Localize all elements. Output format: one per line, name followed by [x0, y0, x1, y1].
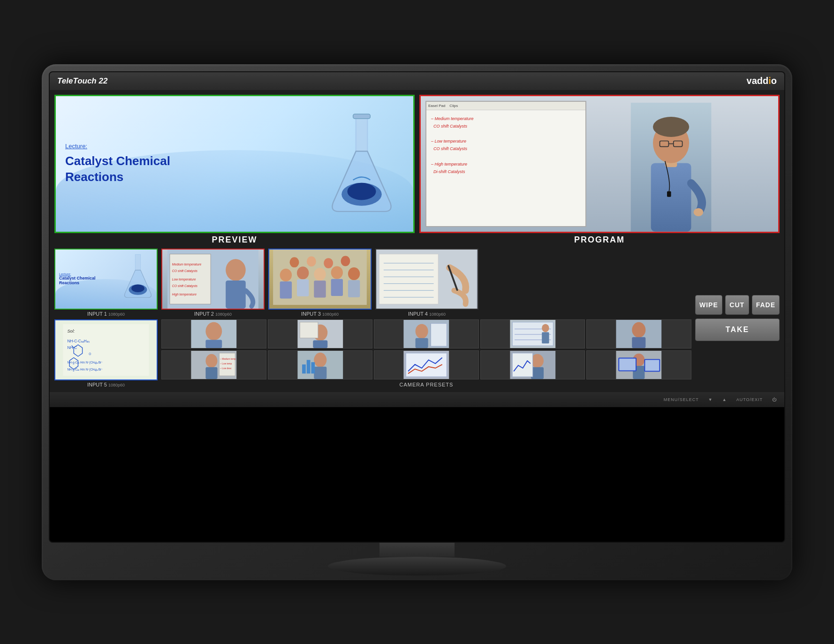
svg-point-31 — [348, 267, 360, 280]
svg-text:Sol:: Sol: — [68, 329, 75, 333]
bottom-control-bar: MENU/SELECT ▼ ▲ AUTO/EXIT ⏻ — [50, 392, 784, 407]
inputs-row-top: Lecture: Catalyst ChemicalReactions — [54, 249, 691, 317]
svg-rect-3 — [353, 114, 371, 119]
input2-professor: Medium temperature CO shift Catalysts Lo… — [162, 250, 264, 309]
main-content: Lecture: Catalyst ChemicalReactions — [50, 90, 784, 392]
lecture-text-block: Lecture: Catalyst ChemicalReactions — [56, 133, 180, 195]
monitor-screen: TeleTouch 22 vaddio Lecture: Catalyst Ch… — [49, 71, 785, 543]
svg-rect-71 — [416, 338, 428, 348]
input-1-label: INPUT 1 1080p60 — [87, 311, 125, 317]
cut-button[interactable]: CUT — [725, 295, 749, 315]
preset-4[interactable] — [480, 319, 585, 349]
input-1-section: Lecture: Catalyst ChemicalReactions — [54, 249, 158, 317]
preset-5[interactable] — [586, 319, 691, 349]
menu-select-label[interactable]: MENU/SELECT — [664, 397, 699, 402]
svg-rect-68 — [300, 322, 318, 338]
preset-1[interactable] — [161, 319, 266, 349]
svg-rect-101 — [512, 353, 533, 377]
preset-10[interactable] — [586, 350, 691, 379]
input-3-label: INPUT 3 1080p60 — [301, 311, 339, 317]
input-1-res: 1080p60 — [108, 312, 125, 317]
input5-svg: Sol: NH-C-C₁₆H₂₅ NH-C O NH-g-C₁₆ Hm — [59, 324, 153, 376]
monitor-title: TeleTouch 22 — [57, 76, 107, 86]
svg-rect-72 — [431, 323, 447, 346]
down-arrow[interactable]: ▼ — [708, 397, 713, 402]
brand-logo: vaddio — [747, 76, 777, 86]
brand-end: o — [771, 76, 777, 86]
svg-rect-35 — [331, 279, 343, 295]
input-1-thumb[interactable]: Lecture: Catalyst ChemicalReactions — [54, 249, 158, 310]
inputs-and-presets: Lecture: Catalyst ChemicalReactions — [54, 249, 691, 387]
up-arrow[interactable]: ▲ — [722, 397, 727, 402]
svg-text:NH-C-C₁₆H₂₅: NH-C-C₁₆H₂₅ — [68, 339, 90, 343]
preset-8[interactable] — [374, 350, 479, 379]
svg-rect-94 — [306, 360, 310, 373]
preset-2[interactable] — [268, 319, 373, 349]
inputs-row-bottom: Sol: NH-C-C₁₆H₂₅ NH-C O NH-g-C₁₆ Hm — [54, 319, 691, 387]
brand-text: vadd — [747, 76, 769, 86]
input-1-content: Lecture: Catalyst ChemicalReactions — [55, 250, 157, 309]
monitor: TeleTouch 22 vaddio Lecture: Catalyst Ch… — [42, 64, 792, 580]
svg-rect-33 — [297, 279, 309, 296]
svg-point-78 — [542, 324, 549, 332]
preview-label: PREVIEW — [212, 235, 257, 245]
wipe-button[interactable]: WIPE — [695, 295, 722, 315]
svg-point-91 — [314, 353, 326, 367]
svg-text:NH-g-C₁₆ Hm N⁺(CH₃)₂ Br⁻: NH-g-C₁₆ Hm N⁺(CH₃)₂ Br⁻ — [68, 361, 103, 364]
svg-point-40 — [341, 256, 350, 266]
input-3-section: INPUT 3 1080p60 — [268, 249, 372, 317]
svg-point-30 — [331, 266, 343, 279]
svg-text:CO shift Catalysts: CO shift Catalysts — [172, 269, 198, 273]
svg-point-37 — [290, 257, 299, 267]
svg-rect-36 — [348, 280, 360, 297]
svg-point-28 — [297, 266, 309, 279]
program-content: Easel Pad Clips – Medium temperature CO … — [421, 96, 778, 232]
input-5-label: INPUT 5 1080p60 — [87, 382, 125, 387]
title-bar: TeleTouch 22 vaddio — [50, 72, 784, 90]
input-2-thumb[interactable]: Medium temperature CO shift Catalysts Lo… — [161, 249, 265, 310]
fade-button[interactable]: FADE — [752, 295, 780, 315]
preview-frame[interactable]: Lecture: Catalyst ChemicalReactions — [54, 95, 415, 233]
svg-text:– Low desc: – Low desc — [220, 367, 232, 370]
svg-rect-106 — [620, 358, 636, 370]
preview-section: Lecture: Catalyst ChemicalReactions — [54, 95, 415, 245]
classroom-svg — [269, 250, 371, 305]
lecture-subtitle: Lecture: — [65, 143, 170, 150]
svg-point-24 — [226, 259, 246, 281]
input1-text: Lecture: Catalyst ChemicalReactions — [59, 273, 96, 285]
program-frame[interactable]: Easel Pad Clips – Medium temperature CO … — [419, 95, 780, 233]
take-button[interactable]: TAKE — [695, 318, 780, 341]
svg-rect-0 — [356, 117, 367, 151]
whiteboard-text: – Medium temperature CO shift Catalysts … — [426, 110, 585, 181]
svg-rect-82 — [632, 337, 646, 348]
input-3-thumb[interactable] — [268, 249, 372, 310]
svg-point-63 — [205, 322, 222, 340]
controls-section: WIPE CUT FADE TAKE — [695, 249, 780, 387]
svg-rect-34 — [314, 280, 326, 297]
svg-text:Low temperature: Low temperature — [172, 277, 196, 281]
svg-rect-92 — [314, 367, 326, 379]
svg-point-70 — [416, 324, 428, 338]
stand-base — [328, 557, 506, 576]
preset-7[interactable] — [268, 350, 373, 379]
camera-presets-section: – Medium temp – Low temp – Low desc — [161, 319, 691, 387]
svg-point-81 — [632, 322, 646, 337]
preset-9[interactable] — [480, 350, 585, 379]
svg-point-2 — [347, 183, 376, 200]
preset-6[interactable]: – Medium temp – Low temp – Low desc — [161, 350, 266, 379]
input-4-thumb[interactable] — [375, 249, 478, 310]
svg-point-38 — [307, 256, 316, 266]
svg-rect-5 — [651, 163, 691, 232]
input1-flask — [121, 252, 154, 299]
input-4-res: 1080p60 — [429, 312, 446, 317]
input-5-section: Sol: NH-C-C₁₆H₂₅ NH-C O NH-g-C₁₆ Hm — [54, 319, 158, 387]
input-2-content: Medium temperature CO shift Catalysts Lo… — [162, 250, 264, 309]
bottom-section: Lecture: Catalyst ChemicalReactions — [54, 249, 780, 387]
svg-text:– Medium temp: – Medium temp — [220, 358, 236, 360]
svg-text:High temperature: High temperature — [172, 292, 197, 296]
power-button[interactable]: ⏻ — [772, 397, 777, 402]
preset-3[interactable] — [374, 319, 479, 349]
input-2-res: 1080p60 — [215, 312, 232, 317]
auto-exit-label[interactable]: AUTO/EXIT — [736, 397, 763, 402]
input-5-thumb[interactable]: Sol: NH-C-C₁₆H₂₅ NH-C O NH-g-C₁₆ Hm — [54, 319, 158, 380]
